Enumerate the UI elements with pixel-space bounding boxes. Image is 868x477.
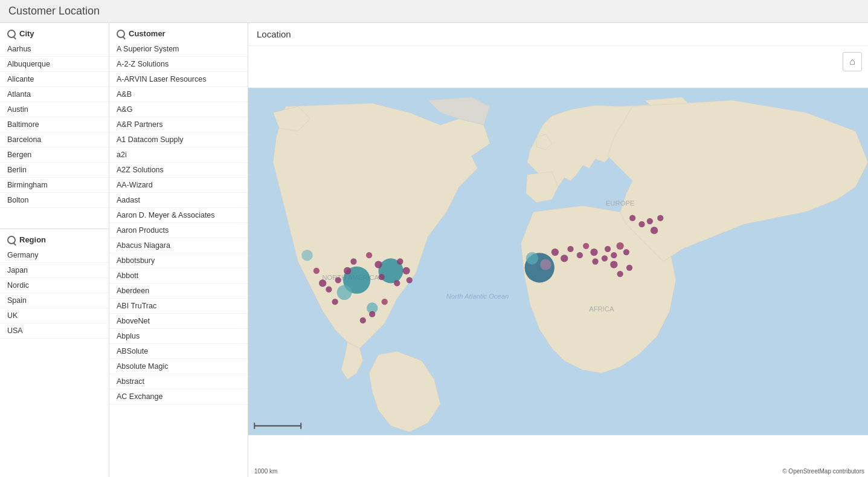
customer-list-item[interactable]: Abstract xyxy=(109,374,248,389)
city-list-item[interactable]: Berlin xyxy=(0,163,109,178)
svg-point-44 xyxy=(540,259,551,270)
city-list-item[interactable]: Baltimore xyxy=(0,117,109,132)
customer-list-item[interactable]: A Superior System xyxy=(109,42,248,57)
svg-point-23 xyxy=(382,299,388,305)
page-title: Customer Location xyxy=(0,0,868,23)
region-list-item[interactable]: USA xyxy=(0,323,109,339)
svg-point-48 xyxy=(651,227,658,234)
city-list-item[interactable]: Birmingham xyxy=(0,178,109,193)
svg-text:AFRICA: AFRICA xyxy=(589,305,614,313)
svg-point-32 xyxy=(577,252,583,258)
region-list-item[interactable]: Japan xyxy=(0,263,109,278)
city-list-item[interactable]: Bergen xyxy=(0,148,109,163)
svg-text:EUROPE: EUROPE xyxy=(606,200,635,207)
svg-point-16 xyxy=(402,267,410,274)
svg-point-19 xyxy=(326,287,332,293)
map-panel: Location xyxy=(248,23,868,477)
svg-point-37 xyxy=(605,246,611,252)
customer-list-item[interactable]: Abbotsbury xyxy=(109,253,248,268)
customer-list-item[interactable]: AA-Wizard xyxy=(109,178,248,193)
customer-list-item[interactable]: ABSolute xyxy=(109,344,248,359)
customer-label: Customer xyxy=(129,29,166,38)
svg-point-47 xyxy=(647,218,653,224)
customer-list-item[interactable]: Aaron D. Meyer & Associates xyxy=(109,208,248,223)
svg-point-9 xyxy=(344,267,351,274)
svg-point-25 xyxy=(319,279,326,287)
svg-point-41 xyxy=(610,261,617,268)
customer-list-item[interactable]: A&G xyxy=(109,102,248,117)
city-label: City xyxy=(19,29,34,38)
customer-list-item[interactable]: A&B xyxy=(109,87,248,102)
customer-list-item[interactable]: Aaron Products xyxy=(109,223,248,238)
svg-text:North Atlantic Ocean: North Atlantic Ocean xyxy=(446,293,509,300)
region-list-item[interactable]: UK xyxy=(0,308,109,323)
city-list[interactable]: AarhusAlbuquerqueAlicanteAtlantaAustinBa… xyxy=(0,42,109,229)
svg-point-17 xyxy=(407,277,413,283)
customer-list-item[interactable]: Abbott xyxy=(109,268,248,284)
customer-list-item[interactable]: A1 Datacom Supply xyxy=(109,132,248,148)
region-list-item[interactable]: Nordic xyxy=(0,278,109,293)
customer-section-header: Customer xyxy=(109,23,248,42)
svg-point-10 xyxy=(335,277,341,283)
svg-point-11 xyxy=(350,258,356,264)
svg-point-21 xyxy=(360,317,366,323)
region-section-header: Region xyxy=(0,229,109,248)
customer-list-item[interactable]: AboveNet xyxy=(109,314,248,329)
customer-panel: Customer A Superior SystemA-2-Z Solution… xyxy=(109,23,248,477)
svg-point-42 xyxy=(617,271,623,277)
svg-point-39 xyxy=(616,242,623,250)
map-container[interactable]: NORTH AMERICA EUROPE AFRICA North Atlant… xyxy=(248,46,868,477)
svg-point-38 xyxy=(611,252,617,258)
svg-point-28 xyxy=(526,252,539,265)
region-list[interactable]: GermanyJapanNordicSpainUKUSA xyxy=(0,248,109,339)
customer-list-item[interactable]: Abacus Niagara xyxy=(109,238,248,253)
svg-point-29 xyxy=(551,248,559,256)
svg-point-12 xyxy=(366,252,372,258)
customer-list-item[interactable]: ABI TruTrac xyxy=(109,299,248,314)
customer-list-item[interactable]: A-ARVIN Laser Resources xyxy=(109,72,248,87)
customer-list[interactable]: A Superior SystemA-2-Z SolutionsA-ARVIN … xyxy=(109,42,248,477)
svg-point-40 xyxy=(623,249,629,255)
svg-point-20 xyxy=(332,299,338,305)
svg-point-36 xyxy=(602,255,608,261)
region-section: Region GermanyJapanNordicSpainUKUSA xyxy=(0,229,109,339)
customer-list-item[interactable]: Aberdeen xyxy=(109,284,248,299)
svg-point-45 xyxy=(629,215,635,221)
svg-point-46 xyxy=(638,221,645,227)
svg-point-33 xyxy=(583,243,589,249)
svg-point-18 xyxy=(394,280,400,286)
home-button[interactable]: ⌂ xyxy=(843,52,862,71)
svg-point-22 xyxy=(369,311,375,317)
customer-list-item[interactable]: A2Z Solutions xyxy=(109,163,248,178)
customer-list-item[interactable]: a2i xyxy=(109,148,248,163)
city-section-header: City xyxy=(0,23,109,42)
city-list-item[interactable]: Atlanta xyxy=(0,87,109,102)
customer-list-item[interactable]: A-2-Z Solutions xyxy=(109,57,248,72)
city-list-item[interactable]: Alicante xyxy=(0,72,109,87)
region-list-item[interactable]: Germany xyxy=(0,248,109,263)
customer-list-item[interactable]: Abplus xyxy=(109,329,248,344)
left-filter-panel: City AarhusAlbuquerqueAlicanteAtlantaAus… xyxy=(0,23,109,477)
svg-point-43 xyxy=(626,265,632,271)
city-list-item[interactable]: Bolton xyxy=(0,193,109,208)
region-search-icon xyxy=(7,236,16,244)
region-label: Region xyxy=(19,235,46,244)
city-list-item[interactable]: Austin xyxy=(0,102,109,117)
city-list-item[interactable]: Albuquerque xyxy=(0,57,109,72)
customer-list-item[interactable]: AC Exchange xyxy=(109,389,248,404)
customer-list-item[interactable]: Absolute Magic xyxy=(109,359,248,374)
customer-list-item[interactable]: Aadast xyxy=(109,193,248,208)
city-search-icon xyxy=(7,30,16,38)
svg-point-30 xyxy=(561,255,568,262)
svg-point-13 xyxy=(375,261,382,268)
svg-point-34 xyxy=(590,248,597,256)
svg-point-24 xyxy=(313,268,320,274)
customer-list-item[interactable]: A&R Partners xyxy=(109,117,248,132)
svg-point-49 xyxy=(657,215,663,221)
svg-point-35 xyxy=(592,258,598,264)
city-list-item[interactable]: Barcelona xyxy=(0,132,109,148)
svg-point-7 xyxy=(337,285,352,300)
city-list-item[interactable]: Aarhus xyxy=(0,42,109,57)
home-icon: ⌂ xyxy=(849,56,855,67)
region-list-item[interactable]: Spain xyxy=(0,293,109,308)
